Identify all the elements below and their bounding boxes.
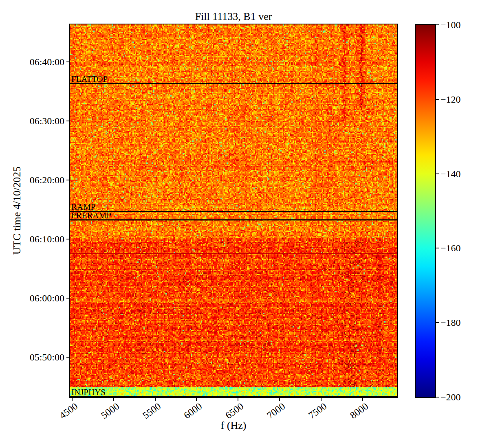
- x-tick-mark: [362, 398, 363, 401]
- colorbar-tick-mark: [436, 99, 439, 100]
- colorbar-tick-mark: [436, 397, 439, 397]
- x-tick-mark: [155, 398, 156, 401]
- x-tick-mark: [72, 398, 73, 401]
- x-tick-label: 4500: [57, 401, 79, 421]
- x-tick-mark: [321, 398, 322, 401]
- x-tick-mark: [279, 398, 280, 401]
- x-tick-label: 6000: [182, 401, 204, 421]
- colorbar-tick-label: −160: [441, 242, 461, 254]
- x-tick-label: 5000: [99, 401, 121, 421]
- spectrogram-figure: Fill 11133, B1 ver UTC time 4/10/2025 f …: [0, 0, 489, 448]
- x-axis-label: f (Hz): [70, 419, 397, 432]
- y-tick-mark: [66, 61, 69, 62]
- spectrogram-canvas: [70, 24, 397, 397]
- x-tick-label: 8000: [348, 401, 370, 421]
- colorbar-tick-mark: [436, 248, 439, 248]
- plot-frame: [69, 24, 398, 398]
- y-axis-label: UTC time 4/10/2025: [10, 115, 24, 306]
- y-tick-mark: [66, 239, 69, 239]
- colorbar-tick-label: −200: [441, 391, 461, 403]
- colorbar: [415, 24, 436, 398]
- annotation-label-injphys: INJPHYS: [71, 388, 106, 397]
- x-tick-mark: [238, 398, 238, 401]
- x-tick-mark: [196, 398, 197, 401]
- y-tick-label: 06:10:00: [8, 233, 64, 245]
- annotation-label-preramp: PRERAMP: [71, 211, 111, 220]
- colorbar-gradient: [416, 25, 435, 397]
- colorbar-tick-mark: [436, 24, 439, 25]
- y-tick-label: 05:50:00: [8, 351, 64, 363]
- y-tick-label: 06:00:00: [8, 292, 64, 304]
- y-tick-label: 06:30:00: [8, 115, 64, 127]
- x-tick-label: 7000: [265, 401, 287, 421]
- annotation-label-flattop: FLATTOP: [71, 75, 108, 83]
- x-tick-mark: [113, 398, 114, 401]
- y-tick-mark: [66, 121, 69, 121]
- colorbar-tick-mark: [436, 322, 439, 323]
- colorbar-tick-label: −120: [441, 94, 461, 105]
- colorbar-tick-label: −180: [441, 317, 461, 328]
- x-tick-label: 5500: [141, 401, 163, 421]
- y-tick-mark: [66, 298, 69, 299]
- colorbar-tick-label: −140: [441, 168, 461, 180]
- colorbar-tick-mark: [436, 173, 439, 174]
- y-tick-label: 06:20:00: [8, 174, 64, 186]
- x-tick-label: 6500: [223, 401, 245, 421]
- annotation-label-ramp: RAMP: [71, 202, 96, 211]
- page-title: Fill 11133, B1 ver: [70, 11, 397, 23]
- y-tick-label: 06:40:00: [8, 56, 64, 68]
- colorbar-tick-label: −100: [441, 19, 461, 31]
- y-tick-mark: [66, 180, 69, 180]
- x-tick-label: 7500: [306, 401, 328, 421]
- y-tick-mark: [66, 357, 69, 358]
